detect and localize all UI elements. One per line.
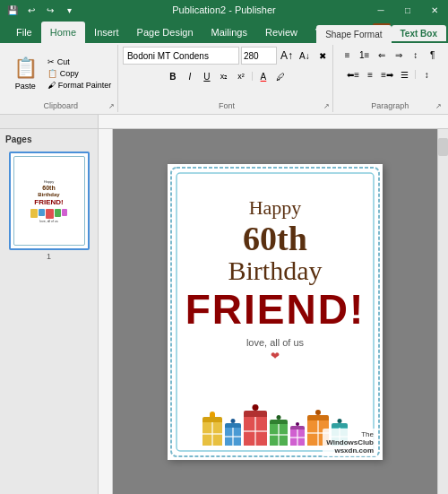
scroll-thumb[interactable]	[438, 138, 448, 156]
paragraph-group: ≡ 1≡ ⇐ ⇒ ↕ ¶ ⬅≡ ≡ ≡➡ ☰ ↕ Paragraph ↗	[335, 45, 444, 112]
thumb-border	[13, 156, 85, 246]
clipboard-expand-button[interactable]: ↗	[107, 101, 116, 110]
card-friend-text: FRIEND!	[185, 289, 366, 330]
title-bar: 💾 ↩ ↪ ▾ Publication2 - Publisher ─ □ ✕	[0, 0, 448, 20]
gift-5-bow	[296, 422, 299, 426]
gift-2-ribbon-v	[232, 428, 234, 446]
canvas-area[interactable]: Happy 60th Birthday FRIEND! love, all of…	[113, 129, 437, 494]
bold-button[interactable]: B	[165, 68, 181, 84]
card-heart-icon: ❤	[271, 350, 280, 362]
superscript-button[interactable]: x²	[233, 68, 249, 84]
justify-button[interactable]: ☰	[396, 66, 412, 82]
align-buttons-row: ⬅≡ ≡ ≡➡ ☰ ↕	[345, 66, 435, 82]
paragraph-group-label: Paragraph	[371, 101, 409, 110]
gift-6-ribbon-v	[317, 420, 319, 446]
maximize-button[interactable]: □	[394, 0, 421, 20]
gift-5-box	[290, 429, 305, 446]
card-love-text: love, all of us	[246, 337, 304, 348]
gift-2-bow	[231, 419, 236, 423]
indent-increase-button[interactable]: ⇒	[391, 47, 407, 63]
underline-button[interactable]: U	[199, 68, 215, 84]
line-spacing-button[interactable]: ↕	[418, 66, 435, 82]
tab-text-box[interactable]: Text Box	[392, 25, 447, 43]
watermark-line3: wsxdn.com	[326, 446, 374, 455]
tab-page-design[interactable]: Page Design	[128, 22, 202, 43]
gift-5	[290, 426, 305, 446]
font-size-input[interactable]	[241, 47, 277, 65]
watermark: The WindowsClub wsxdn.com	[323, 429, 377, 456]
card-60th-text: 60th	[243, 221, 307, 256]
font-name-input[interactable]	[123, 47, 239, 65]
gift-3-ribbon-v	[254, 417, 256, 446]
decrease-font-button[interactable]: A↓	[297, 48, 313, 64]
vertical-scrollbar[interactable]	[437, 129, 448, 494]
paragraph-expand-button[interactable]: ↗	[434, 101, 443, 110]
show-marks-button[interactable]: ¶	[425, 47, 441, 63]
align-right-button[interactable]: ≡➡	[379, 66, 395, 82]
tab-file[interactable]: File	[7, 22, 41, 43]
card-birthday-text: Birthday	[228, 256, 323, 285]
ribbon: 📋 Paste ✂ ✂ CutCut 📋 Copy 🖌 Format Paint…	[0, 43, 448, 115]
bullet-list-button[interactable]: ≡	[340, 47, 356, 63]
copy-button[interactable]: 📋 Copy	[45, 68, 114, 79]
window-controls[interactable]: ─ □ ✕	[367, 0, 448, 20]
font-color-button[interactable]: A	[255, 68, 271, 84]
clipboard-group-label: Clipboard	[43, 101, 78, 110]
align-center-button[interactable]: ≡	[362, 66, 378, 82]
gift-1-box	[202, 422, 222, 446]
italic-button[interactable]: I	[182, 68, 198, 84]
tab-insert[interactable]: Insert	[85, 22, 128, 43]
tab-home[interactable]: Home	[41, 22, 85, 43]
font-expand-button[interactable]: ↗	[322, 101, 331, 110]
gift-4-ribbon-v	[278, 424, 280, 446]
tab-shape-format[interactable]: Shape Format	[316, 25, 391, 43]
gift-6-bow	[315, 410, 321, 415]
gift-3-box	[244, 417, 267, 446]
para-divider1	[415, 70, 416, 79]
page-thumbnail-inner: Happy 60th Birthday FRIEND! love, all of…	[9, 152, 90, 250]
gift-3	[244, 411, 267, 446]
context-tabs: Shape Format Text Box	[316, 20, 448, 43]
gift-1-bow	[210, 412, 215, 417]
vertical-ruler	[99, 129, 113, 494]
gift-4-box	[270, 424, 288, 446]
minimize-button[interactable]: ─	[367, 0, 394, 20]
align-left-button[interactable]: ⬅≡	[345, 66, 361, 82]
page-thumbnail-1[interactable]: Happy 60th Birthday FRIEND! love, all of…	[9, 152, 90, 261]
indent-decrease-button[interactable]: ⇐	[374, 47, 390, 63]
paste-button[interactable]: 📋 Paste	[7, 54, 43, 93]
subscript-button[interactable]: x₂	[216, 68, 232, 84]
tab-review[interactable]: Review	[256, 22, 306, 43]
sort-button[interactable]: ↕	[408, 47, 424, 63]
ruler-horizontal	[99, 115, 448, 128]
clipboard-group: 📋 Paste ✂ ✂ CutCut 📋 Copy 🖌 Format Paint…	[4, 45, 118, 112]
increase-font-button[interactable]: A↑	[279, 48, 295, 64]
font-selector-row: A↑ A↓ ✖	[123, 47, 331, 65]
gift-3-bow	[253, 404, 259, 411]
card-happy-text: Happy	[249, 196, 302, 220]
gift-2	[225, 423, 241, 446]
gift-2-box	[225, 428, 241, 446]
gift-1	[202, 417, 222, 446]
tab-mailings[interactable]: Mailings	[202, 22, 256, 43]
undo-qa-button[interactable]: ↩	[23, 3, 39, 17]
clear-format-button[interactable]: ✖	[314, 48, 331, 64]
close-button[interactable]: ✕	[421, 0, 448, 20]
cut-button[interactable]: ✂ ✂ CutCut	[45, 56, 114, 67]
clipboard-small-buttons: ✂ ✂ CutCut 📋 Copy 🖌 Format Painter	[45, 56, 114, 91]
font-group: A↑ A↓ ✖ B I U x₂ x² A 🖊 Font ↗	[120, 45, 333, 112]
app-title: Publication2 - Publisher	[172, 4, 276, 15]
qa-dropdown-button[interactable]: ▾	[61, 3, 77, 17]
format-painter-button[interactable]: 🖌 Format Painter	[45, 80, 114, 91]
page-number-label: 1	[9, 252, 90, 261]
pages-panel: Pages Happy 60th Birthday FRIEND!	[0, 129, 99, 494]
gift-3-lid	[244, 411, 267, 417]
gift-4-bow	[277, 415, 281, 420]
gift-4	[270, 420, 288, 446]
numbered-list-button[interactable]: 1≡	[357, 47, 373, 63]
quick-access-toolbar[interactable]: 💾 ↩ ↪ ▾	[4, 3, 77, 17]
card[interactable]: Happy 60th Birthday FRIEND! love, all of…	[168, 164, 383, 460]
highlight-button[interactable]: 🖊	[272, 68, 289, 84]
redo-qa-button[interactable]: ↪	[42, 3, 58, 17]
save-qa-button[interactable]: 💾	[4, 3, 21, 17]
